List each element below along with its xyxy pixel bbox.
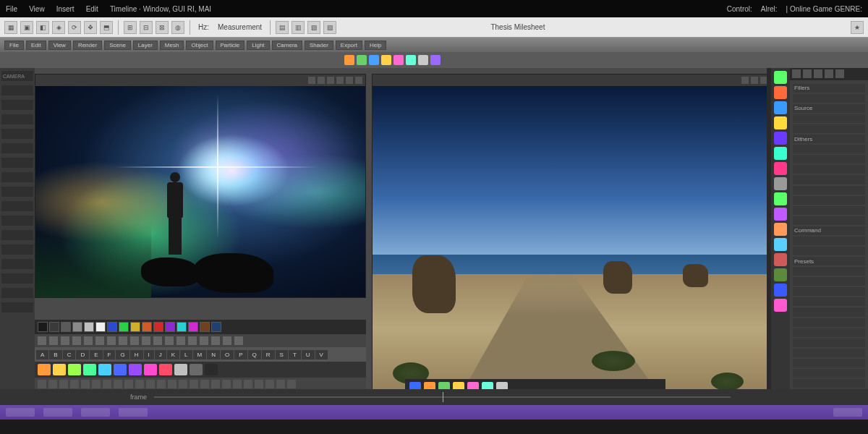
bot-btn[interactable] — [276, 380, 285, 388]
swatch[interactable] — [176, 322, 187, 332]
panel-icon[interactable] — [774, 177, 787, 190]
canvas-right[interactable] — [373, 86, 770, 410]
bot-btn[interactable] — [146, 380, 155, 388]
prop-tab[interactable]: V — [315, 350, 328, 359]
list-item[interactable] — [793, 114, 865, 123]
list-item[interactable] — [793, 175, 865, 184]
swatch[interactable] — [142, 322, 152, 332]
prop-tab[interactable]: H — [130, 350, 143, 359]
bot-btn[interactable] — [222, 380, 231, 388]
mini-btn[interactable] — [165, 336, 174, 345]
list-item[interactable] — [793, 318, 865, 327]
color-tab[interactable] — [114, 364, 127, 375]
tool-icon[interactable] — [369, 55, 379, 65]
color-tab[interactable] — [53, 364, 66, 375]
list-item[interactable] — [793, 165, 865, 174]
mini-btn[interactable] — [130, 336, 139, 345]
list-item[interactable]: Presets — [793, 257, 865, 265]
list-item[interactable] — [793, 267, 865, 276]
list-item[interactable] — [793, 247, 865, 255]
swatch[interactable] — [130, 322, 140, 332]
mini-btn[interactable] — [61, 336, 69, 345]
mini-btn[interactable] — [119, 336, 127, 345]
swatch[interactable] — [84, 322, 94, 332]
swatch[interactable] — [107, 322, 117, 332]
panel-icon[interactable] — [774, 208, 787, 221]
tool-btn[interactable]: ◧ — [36, 21, 49, 34]
ribbon-tab[interactable]: Camera — [272, 41, 302, 50]
panel-icon[interactable] — [774, 238, 787, 251]
prop-tab[interactable]: C — [63, 350, 76, 359]
ribbon-tab[interactable]: Layer — [133, 41, 158, 50]
vp-btn[interactable] — [346, 77, 353, 84]
swatch[interactable] — [95, 322, 106, 332]
left-item[interactable] — [1, 259, 33, 269]
ribbon-tab[interactable]: Mesh — [160, 41, 184, 50]
mini-btn[interactable] — [211, 336, 220, 345]
color-tab[interactable] — [38, 364, 51, 375]
left-item[interactable] — [1, 100, 33, 110]
left-item[interactable] — [1, 85, 33, 95]
panel-icon[interactable] — [774, 284, 787, 297]
prop-tab[interactable]: D — [76, 350, 89, 359]
swatch[interactable] — [153, 322, 163, 332]
list-item[interactable] — [793, 328, 865, 337]
tool-btn[interactable]: ▧ — [323, 21, 336, 34]
mini-btn[interactable] — [200, 336, 208, 345]
prop-tab[interactable]: P — [234, 350, 247, 359]
hdr-btn[interactable] — [825, 69, 833, 78]
vp-btn[interactable] — [355, 77, 362, 84]
bot-btn[interactable] — [287, 380, 296, 388]
panel-icon[interactable] — [774, 116, 787, 129]
vp-btn[interactable] — [741, 77, 749, 84]
viewport-right[interactable] — [372, 74, 771, 411]
mini-btn[interactable] — [95, 336, 104, 345]
bot-btn[interactable] — [157, 380, 166, 388]
bot-btn[interactable] — [48, 380, 57, 388]
tool-icon[interactable] — [430, 55, 441, 65]
menu-edit[interactable]: Edit — [86, 5, 98, 13]
list-item[interactable] — [793, 287, 865, 296]
list-item[interactable]: Dithers — [793, 135, 865, 143]
ribbon-tab[interactable]: Light — [247, 41, 269, 50]
tool-icon[interactable] — [344, 55, 354, 65]
vp-btn[interactable] — [336, 77, 344, 84]
list-item[interactable] — [793, 369, 865, 378]
panel-icon[interactable] — [774, 162, 787, 175]
left-item[interactable] — [1, 302, 33, 312]
prop-tab[interactable]: U — [302, 350, 315, 359]
ribbon-tab[interactable]: Particle — [216, 41, 245, 50]
vp-btn[interactable] — [318, 77, 325, 84]
prop-tab[interactable]: B — [49, 350, 61, 359]
prop-tab[interactable]: T — [289, 350, 301, 359]
color-tab[interactable] — [98, 364, 111, 375]
mini-btn[interactable] — [223, 336, 231, 345]
list-item[interactable]: Fillers — [793, 84, 865, 93]
hdr-btn[interactable] — [792, 69, 801, 78]
status-chip[interactable] — [119, 408, 148, 417]
panel-icon[interactable] — [774, 132, 787, 145]
ribbon-tab[interactable]: Shader — [305, 41, 333, 50]
list-item[interactable]: Source — [793, 104, 865, 113]
prop-tab[interactable]: O — [221, 350, 234, 359]
tool-icon[interactable] — [406, 55, 416, 65]
list-item[interactable] — [793, 186, 865, 195]
vp-btn[interactable] — [327, 77, 334, 84]
star-icon[interactable]: ★ — [851, 21, 864, 34]
ribbon-tab[interactable]: Export — [336, 41, 362, 50]
tool-btn[interactable]: ⊟ — [140, 21, 153, 34]
swatch[interactable] — [38, 322, 48, 332]
playhead-icon[interactable] — [443, 392, 443, 402]
mini-btn[interactable] — [234, 336, 243, 345]
tool-btn[interactable]: ▦ — [4, 21, 17, 34]
color-tab[interactable] — [83, 364, 96, 375]
status-chip[interactable] — [833, 408, 862, 417]
list-item[interactable] — [793, 206, 865, 215]
mini-btn[interactable] — [107, 336, 116, 345]
tool-icon[interactable] — [393, 55, 404, 65]
tool-btn[interactable]: ⊞ — [124, 21, 137, 34]
bot-btn[interactable] — [211, 380, 220, 388]
menu-online[interactable]: | Online Game GENRE: — [786, 5, 862, 13]
color-tab[interactable] — [144, 364, 157, 375]
status-chip[interactable] — [81, 408, 110, 417]
